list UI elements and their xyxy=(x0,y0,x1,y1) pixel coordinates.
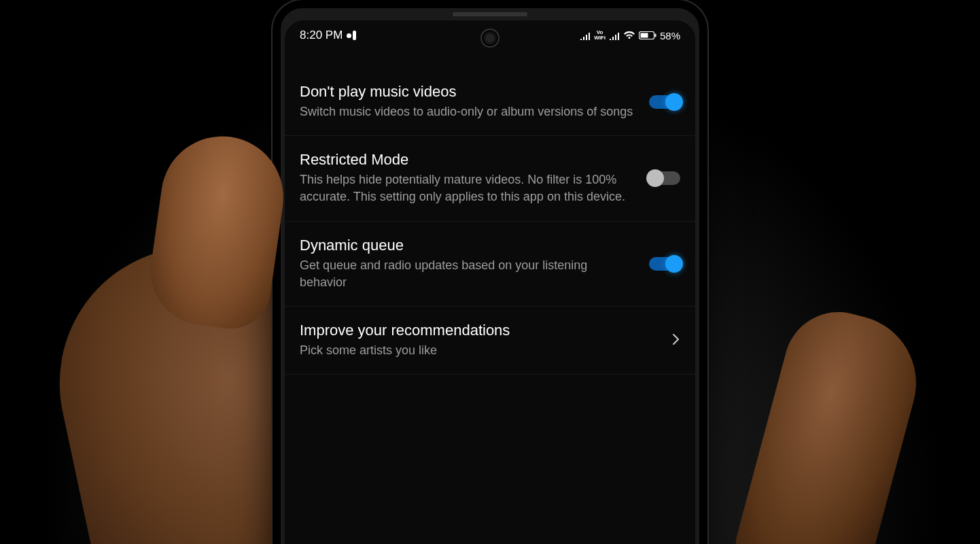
vowifi-icon: VoWiFi xyxy=(594,30,606,41)
battery-text: 58% xyxy=(660,30,680,41)
setting-desc: Pick some artists you like xyxy=(300,342,657,359)
setting-title: Improve your recommendations xyxy=(300,322,657,339)
notification-dots-icon xyxy=(347,31,356,40)
setting-restricted-mode[interactable]: Restricted Mode This helps hide potentia… xyxy=(285,136,695,221)
toggle-restricted-mode[interactable] xyxy=(649,171,680,185)
setting-title: Restricted Mode xyxy=(300,151,635,169)
setting-desc: Get queue and radio updates based on you… xyxy=(300,257,635,291)
toggle-dont-play-music-videos[interactable] xyxy=(649,95,680,109)
setting-text: Don't play music videos Switch music vid… xyxy=(300,83,635,120)
phone-screen: 8:20 PM VoWiFi 58% xyxy=(285,20,695,544)
setting-dont-play-music-videos[interactable]: Don't play music videos Switch music vid… xyxy=(285,68,695,136)
status-right: VoWiFi 58% xyxy=(580,30,680,41)
setting-desc: Switch music videos to audio-only or alb… xyxy=(300,103,635,120)
wifi-icon xyxy=(623,31,635,40)
setting-desc: This helps hide potentially mature video… xyxy=(300,171,635,205)
signal-icon xyxy=(580,31,591,40)
setting-text: Restricted Mode This helps hide potentia… xyxy=(300,151,635,205)
signal-2-icon xyxy=(609,31,620,40)
toggle-knob xyxy=(665,93,683,111)
setting-text: Dynamic queue Get queue and radio update… xyxy=(300,237,635,291)
toggle-knob xyxy=(665,255,683,273)
fingers-photo xyxy=(730,300,932,544)
svg-rect-1 xyxy=(640,33,648,38)
svg-rect-2 xyxy=(654,34,656,37)
setting-improve-recommendations[interactable]: Improve your recommendations Pick some a… xyxy=(285,307,695,375)
chevron-right-icon xyxy=(671,332,680,350)
toggle-dynamic-queue[interactable] xyxy=(649,257,680,271)
setting-title: Don't play music videos xyxy=(300,83,635,101)
status-left: 8:20 PM xyxy=(300,29,356,42)
setting-dynamic-queue[interactable]: Dynamic queue Get queue and radio update… xyxy=(285,222,695,307)
battery-icon xyxy=(639,31,657,40)
phone-frame: 8:20 PM VoWiFi 58% xyxy=(273,0,707,544)
setting-title: Dynamic queue xyxy=(300,237,635,254)
front-camera xyxy=(480,29,500,48)
setting-text: Improve your recommendations Pick some a… xyxy=(300,322,657,359)
earpiece xyxy=(453,12,527,16)
toggle-knob xyxy=(646,169,664,187)
status-time: 8:20 PM xyxy=(300,29,343,42)
settings-list[interactable]: Don't play music videos Switch music vid… xyxy=(285,46,695,544)
